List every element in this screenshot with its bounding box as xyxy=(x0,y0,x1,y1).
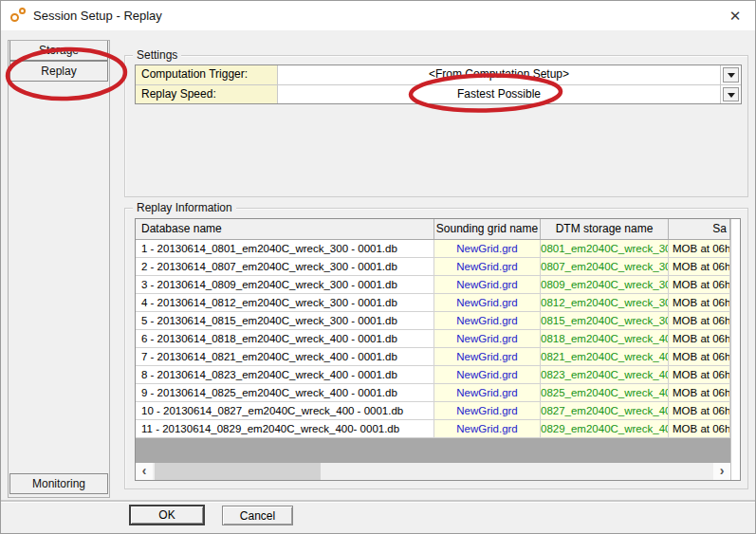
column-header-sounding-grid-name[interactable]: Sounding grid name xyxy=(434,219,541,239)
database-name-cell: 10 - 20130614_0827_em2040C_wreck_400 - 0… xyxy=(136,402,434,419)
sa-column-cell: MOB at 06h54 xyxy=(669,330,730,347)
dtm-storage-cell: 0821_em2040C_wreck_400 xyxy=(541,348,669,365)
sounding-grid-cell: NewGrid.grd xyxy=(434,330,541,347)
sounding-grid-cell: NewGrid.grd xyxy=(434,240,541,257)
replay-speed-label: Replay Speed: xyxy=(136,85,278,103)
dtm-storage-cell: 0809_em2040C_wreck_300 xyxy=(541,276,669,293)
chevron-down-icon xyxy=(723,87,739,101)
scroll-left-icon[interactable]: ‹ xyxy=(136,463,153,480)
cancel-button[interactable]: Cancel xyxy=(222,506,293,525)
sa-column-cell: MOB at 06h54 xyxy=(669,420,730,437)
column-header-database-name[interactable]: Database name xyxy=(136,219,434,239)
database-name-cell: 3 - 20130614_0809_em2040C_wreck_300 - 00… xyxy=(136,276,434,293)
scrollbar-thumb[interactable] xyxy=(155,463,321,480)
replay-info-group: Replay Information Database nameSounding… xyxy=(124,208,748,489)
horizontal-scrollbar[interactable]: ‹ › xyxy=(136,463,730,480)
sa-column-cell: MOB at 06h54 xyxy=(669,294,730,311)
database-name-cell: 1 - 20130614_0801_em2040C_wreck_300 - 00… xyxy=(136,240,434,257)
sidebar-item-replay[interactable]: Replay xyxy=(9,61,108,82)
sounding-grid-cell: NewGrid.grd xyxy=(434,402,541,419)
sa-column-cell: MOB at 06h54 xyxy=(669,312,730,329)
database-name-cell: 2 - 20130614_0807_em2040C_wreck_300 - 00… xyxy=(136,258,434,275)
column-header-dtm-storage-name[interactable]: DTM storage name xyxy=(541,219,669,239)
window-title: Session Setup - Replay xyxy=(33,1,162,30)
sounding-grid-cell: NewGrid.grd xyxy=(434,312,541,329)
close-icon[interactable]: ✕ xyxy=(725,6,746,27)
dtm-storage-cell: 0801_em2040C_wreck_300 xyxy=(541,240,669,257)
replay-info-group-label: Replay Information xyxy=(133,201,236,214)
titlebar: Session Setup - Replay ✕ xyxy=(1,1,755,30)
sa-column-cell: MOB at 06h54 xyxy=(669,384,730,401)
table-row[interactable]: 1 - 20130614_0801_em2040C_wreck_300 - 00… xyxy=(136,240,730,258)
dtm-storage-cell: 0818_em2040C_wreck_400 xyxy=(541,330,669,347)
sa-column-cell: MOB at 06h54 xyxy=(669,240,730,257)
database-name-cell: 11 - 20130614_0829_em2040C_wreck_400- 00… xyxy=(136,420,434,437)
replay-speed-value[interactable]: Fastest Possible xyxy=(278,85,720,103)
sa-column-cell: MOB at 06h54 xyxy=(669,348,730,365)
sa-column-cell: MOB at 06h54 xyxy=(669,402,730,419)
gears-icon xyxy=(10,8,29,25)
dtm-storage-cell: 0815_em2040C_wreck_300 xyxy=(541,312,669,329)
replay-speed-row: Replay Speed:Fastest Possible xyxy=(136,84,741,103)
database-name-cell: 8 - 20130614_0823_em2040C_wreck_400 - 00… xyxy=(136,366,434,383)
settings-group: Settings Computation Trigger:<From Compu… xyxy=(124,55,748,197)
sounding-grid-cell: NewGrid.grd xyxy=(434,294,541,311)
table-row[interactable]: 2 - 20130614_0807_em2040C_wreck_300 - 00… xyxy=(136,258,730,276)
replay-table: Database nameSounding grid nameDTM stora… xyxy=(135,218,741,481)
dtm-storage-cell: 0825_em2040C_wreck_400 xyxy=(541,384,669,401)
database-name-cell: 6 - 20130614_0818_em2040C_wreck_400 - 00… xyxy=(136,330,434,347)
divider xyxy=(1,500,755,502)
sidebar-item-storage[interactable]: Storage xyxy=(9,41,108,61)
computation-trigger-dropdown-button[interactable] xyxy=(720,65,741,84)
database-name-cell: 5 - 20130614_0815_em2040C_wreck_300 - 00… xyxy=(136,312,434,329)
table-row[interactable]: 8 - 20130614_0823_em2040C_wreck_400 - 00… xyxy=(136,366,730,384)
table-row[interactable]: 10 - 20130614_0827_em2040C_wreck_400 - 0… xyxy=(136,402,730,420)
sounding-grid-cell: NewGrid.grd xyxy=(434,348,541,365)
sa-column-cell: MOB at 06h54 xyxy=(669,276,730,293)
database-name-cell: 4 - 20130614_0812_em2040C_wreck_300 - 00… xyxy=(136,294,434,311)
table-row[interactable]: 4 - 20130614_0812_em2040C_wreck_300 - 00… xyxy=(136,294,730,312)
table-row[interactable]: 3 - 20130614_0809_em2040C_wreck_300 - 00… xyxy=(136,276,730,294)
computation-trigger-label: Computation Trigger: xyxy=(136,65,278,84)
dtm-storage-cell: 0812_em2040C_wreck_300 xyxy=(541,294,669,311)
sounding-grid-cell: NewGrid.grd xyxy=(434,258,541,275)
replay-speed-dropdown-button[interactable] xyxy=(720,85,741,103)
ok-button[interactable]: OK xyxy=(129,505,205,525)
table-row[interactable]: 6 - 20130614_0818_em2040C_wreck_400 - 00… xyxy=(136,330,730,348)
settings-group-label: Settings xyxy=(133,48,181,62)
database-name-cell: 9 - 20130614_0825_em2040C_wreck_400 - 00… xyxy=(136,384,434,401)
table-row[interactable]: 11 - 20130614_0829_em2040C_wreck_400- 00… xyxy=(136,420,730,438)
chevron-down-icon xyxy=(723,67,739,83)
sa-column-cell: MOB at 06h54 xyxy=(669,366,730,383)
sidebar-item-monitoring[interactable]: Monitoring xyxy=(9,473,108,494)
table-empty-area xyxy=(136,438,730,464)
sounding-grid-cell: NewGrid.grd xyxy=(434,366,541,383)
table-right-strip xyxy=(730,219,740,480)
sa-column-cell: MOB at 06h54 xyxy=(669,258,730,275)
sounding-grid-cell: NewGrid.grd xyxy=(434,276,541,293)
session-setup-dialog: Session Setup - Replay ✕ StorageReplayMo… xyxy=(0,0,756,534)
dtm-storage-cell: 0827_em2040C_wreck_400 xyxy=(541,402,669,419)
sidebar: StorageReplayMonitoring xyxy=(8,40,110,498)
computation-trigger-row: Computation Trigger:<From Computation Se… xyxy=(136,65,741,84)
database-name-cell: 7 - 20130614_0821_em2040C_wreck_400 - 00… xyxy=(136,348,434,365)
dtm-storage-cell: 0829_em2040C_wreck_400 xyxy=(541,420,669,437)
computation-trigger-value[interactable]: <From Computation Setup> xyxy=(278,65,720,84)
settings-table: Computation Trigger:<From Computation Se… xyxy=(135,64,742,104)
table-row[interactable]: 9 - 20130614_0825_em2040C_wreck_400 - 00… xyxy=(136,384,730,402)
sounding-grid-cell: NewGrid.grd xyxy=(434,384,541,401)
dtm-storage-cell: 0823_em2040C_wreck_400 xyxy=(541,366,669,383)
table-body: 1 - 20130614_0801_em2040C_wreck_300 - 00… xyxy=(136,240,740,438)
column-header-sa[interactable]: Sa xyxy=(669,219,730,239)
scroll-right-icon[interactable]: › xyxy=(713,463,730,480)
dtm-storage-cell: 0807_em2040C_wreck_300 xyxy=(541,258,669,275)
table-header-row: Database nameSounding grid nameDTM stora… xyxy=(136,219,730,240)
table-row[interactable]: 5 - 20130614_0815_em2040C_wreck_300 - 00… xyxy=(136,312,730,330)
sounding-grid-cell: NewGrid.grd xyxy=(434,420,541,437)
table-row[interactable]: 7 - 20130614_0821_em2040C_wreck_400 - 00… xyxy=(136,348,730,366)
